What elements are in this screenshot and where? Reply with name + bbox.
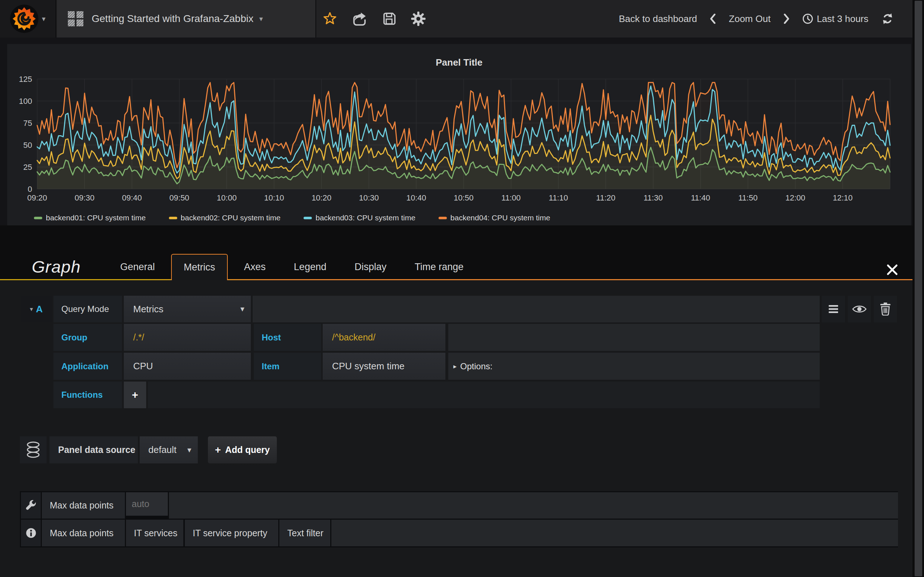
query-menu-button[interactable]	[822, 296, 845, 322]
bottom-tab-text-filter[interactable]: Text filter	[279, 520, 330, 546]
scrollbar-thumb[interactable]	[914, 1, 922, 576]
share-icon	[352, 11, 367, 26]
options-caret-icon: ▸	[453, 363, 457, 371]
application-label: Application	[53, 353, 122, 380]
add-function-button[interactable]: +	[124, 382, 146, 408]
options-label: Options:	[460, 361, 492, 371]
tab-time-range[interactable]: Time range	[403, 254, 476, 280]
zoom-out-button[interactable]: Zoom Out	[729, 13, 771, 24]
svg-text:11:10: 11:10	[549, 193, 568, 202]
svg-text:09:40: 09:40	[122, 193, 142, 202]
back-to-dashboard-link[interactable]: Back to dashboard	[619, 13, 697, 24]
editor-tabs: General Metrics Axes Legend Display Time…	[108, 254, 475, 280]
options-row1-filler	[169, 492, 898, 519]
tab-general[interactable]: General	[108, 254, 167, 280]
dropdown-caret-icon: ▾	[241, 305, 244, 314]
item-value-field[interactable]: CPU system time	[323, 353, 446, 380]
grafana-logo-icon	[10, 4, 39, 34]
menu-icon	[828, 305, 839, 314]
save-button[interactable]	[381, 0, 398, 37]
svg-text:11:00: 11:00	[501, 193, 520, 202]
svg-text:10:30: 10:30	[359, 193, 379, 202]
legend-item[interactable]: backend02: CPU system time	[169, 213, 281, 222]
options-row2-filler	[331, 520, 898, 546]
series-color-marker	[169, 217, 177, 219]
chevron-right-icon[interactable]	[783, 14, 789, 24]
svg-text:100: 100	[19, 97, 32, 106]
close-editor-button[interactable]	[885, 263, 900, 277]
tab-legend[interactable]: Legend	[282, 254, 338, 280]
star-icon	[323, 12, 336, 25]
star-button[interactable]	[322, 0, 338, 37]
wrench-icon	[25, 500, 37, 511]
legend-item[interactable]: backend03: CPU system time	[304, 213, 415, 222]
bottom-tab-it-service-property[interactable]: IT service property	[185, 520, 278, 546]
host-label: Host	[254, 324, 321, 351]
svg-text:09:50: 09:50	[169, 193, 189, 202]
group-label: Group	[53, 324, 122, 351]
max-data-points-input[interactable]	[126, 492, 168, 516]
tab-metrics[interactable]: Metrics	[171, 254, 228, 280]
dashboard-title-block[interactable]: Getting Started with Grafana-Zabbix ▾	[57, 0, 316, 37]
logo-menu-caret-icon: ▾	[42, 15, 45, 23]
svg-text:12:10: 12:10	[833, 193, 853, 202]
refresh-icon[interactable]	[881, 13, 894, 25]
svg-text:10:40: 10:40	[406, 193, 426, 202]
series-label: backend04: CPU system time	[451, 213, 551, 222]
tab-display[interactable]: Display	[342, 254, 399, 280]
svg-text:10:50: 10:50	[454, 193, 473, 202]
svg-text:11:50: 11:50	[738, 193, 757, 202]
time-range-picker[interactable]: Last 3 hours	[802, 13, 868, 24]
svg-text:50: 50	[23, 141, 32, 150]
application-value-field[interactable]: CPU	[124, 353, 251, 380]
timeseries-chart: 025507510012509:2009:3009:4009:5010:0010…	[7, 44, 911, 226]
host-value-field[interactable]: /^backend/	[323, 324, 446, 351]
query-row4-filler	[148, 382, 820, 408]
query-collapse-cell[interactable]: ▾ A	[21, 296, 52, 322]
bottom-tab-max-data-points[interactable]: Max data points	[42, 520, 125, 546]
svg-text:10:20: 10:20	[312, 193, 331, 202]
legend-item[interactable]: backend01: CPU system time	[34, 213, 146, 222]
max-data-points-label: Max data points	[42, 492, 125, 519]
query-mode-select[interactable]: Metrics ▾	[124, 296, 251, 322]
svg-text:11:20: 11:20	[596, 193, 615, 202]
bottom-tab-it-services[interactable]: IT services	[126, 520, 183, 546]
series-color-marker	[34, 217, 42, 219]
series-label: backend03: CPU system time	[315, 213, 415, 222]
dashboard-title: Getting Started with Grafana-Zabbix	[92, 13, 254, 24]
group-value-field[interactable]: /.*/	[124, 324, 251, 351]
chevron-left-icon[interactable]	[710, 14, 716, 24]
svg-text:75: 75	[23, 119, 32, 128]
eye-icon	[852, 304, 867, 314]
svg-text:09:20: 09:20	[27, 193, 47, 202]
add-query-button[interactable]: + Add query	[208, 436, 277, 463]
svg-text:11:40: 11:40	[691, 193, 710, 202]
trash-icon	[880, 303, 891, 316]
panel-type-title: Graph	[32, 257, 81, 277]
series-label: backend02: CPU system time	[181, 213, 281, 222]
share-button[interactable]	[351, 0, 367, 37]
dashboard-title-caret-icon: ▾	[259, 15, 263, 23]
info-icon	[26, 528, 36, 538]
grafana-logo-block[interactable]: ▾	[0, 0, 56, 37]
tab-axes[interactable]: Axes	[232, 254, 278, 280]
datasource-icon-cell	[20, 436, 47, 463]
query-row1-filler	[253, 296, 820, 322]
query-row2-filler	[448, 324, 820, 351]
datasource-select[interactable]: default ▾	[140, 436, 198, 463]
clock-icon	[802, 13, 813, 24]
svg-text:09:30: 09:30	[75, 193, 95, 202]
time-range-label: Last 3 hours	[817, 13, 868, 24]
settings-button[interactable]	[410, 0, 426, 37]
svg-text:12:00: 12:00	[785, 193, 805, 202]
query-delete-button[interactable]	[874, 296, 897, 322]
panel-datasource-label: Panel data source	[50, 436, 138, 463]
query-toggle-visibility-button[interactable]	[848, 296, 871, 322]
legend-item[interactable]: backend04: CPU system time	[439, 213, 551, 222]
query-collapse-caret-icon: ▾	[30, 305, 33, 313]
options-toggle[interactable]: ▸ Options:	[448, 353, 820, 380]
query-ref-letter: A	[36, 304, 43, 315]
item-label: Item	[254, 353, 321, 380]
options-wrench-cell	[21, 492, 41, 519]
svg-text:10:00: 10:00	[217, 193, 237, 202]
